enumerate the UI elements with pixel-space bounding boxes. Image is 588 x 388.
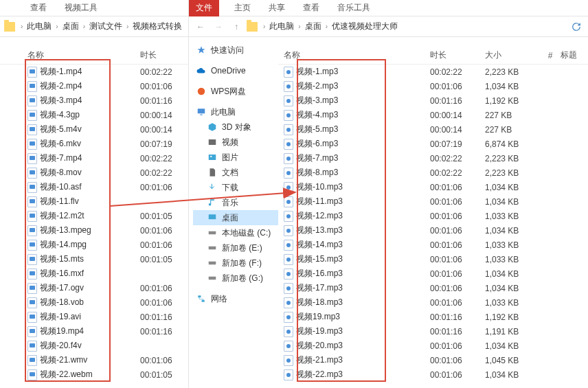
sidebar-label: 桌面	[222, 212, 238, 224]
file-row[interactable]: 视频-6.mp300:07:196,874 KB	[278, 137, 588, 151]
file-row[interactable]: 视频-1.mp300:02:222,223 KB	[278, 65, 588, 79]
file-row[interactable]: 视频-16.mxf	[0, 266, 188, 281]
file-row[interactable]: 视频-15.mts00:01:05	[0, 252, 188, 266]
breadcrumb-item[interactable]: 测试文件	[89, 21, 122, 32]
file-row[interactable]: 视频-13.mpeg00:01:06	[0, 223, 188, 238]
file-row[interactable]: 视频-4.mp300:00:14227 KB	[278, 108, 588, 122]
file-name: 视频-7.mp3	[296, 152, 338, 164]
file-row[interactable]: 视频-21.mp300:01:061,045 KB	[278, 353, 588, 367]
file-row[interactable]: 视频-7.mp400:02:22	[0, 151, 188, 166]
breadcrumb-item[interactable]: 优速视频处理大师	[332, 21, 398, 32]
file-row[interactable]: 视频-3.mp400:01:16	[0, 93, 188, 108]
video-file-icon	[27, 110, 37, 121]
sidebar-downloads[interactable]: 下载	[193, 180, 278, 195]
sidebar-vol-f[interactable]: 新加卷 (F:)	[193, 255, 278, 271]
file-row[interactable]: 视频-12.mp300:01:061,033 KB	[278, 209, 588, 223]
file-row[interactable]: 视频-2.mp300:01:061,034 KB	[278, 79, 588, 93]
file-row[interactable]: 视频-20.f4v	[0, 339, 188, 353]
file-row[interactable]: 视频-22.mp300:01:061,034 KB	[278, 367, 588, 382]
audio-file-icon	[284, 153, 293, 164]
file-row[interactable]: 视频-10.asf00:01:06	[0, 180, 188, 194]
refresh-button[interactable]	[569, 22, 584, 32]
breadcrumb-item[interactable]: 桌面	[305, 21, 321, 32]
audio-file-icon	[284, 124, 293, 135]
sidebar-network[interactable]: 网络	[193, 291, 278, 306]
file-row[interactable]: 视频-8.mov00:02:22	[0, 166, 188, 180]
file-row[interactable]: 视频-2.mp400:01:06	[0, 79, 188, 93]
file-row[interactable]: 视频-1.mp400:02:22	[0, 65, 188, 79]
file-row[interactable]: 视频-7.mp300:02:222,223 KB	[278, 151, 588, 166]
file-row[interactable]: 视频-3.mp300:01:161,192 KB	[278, 93, 588, 108]
breadcrumb-item[interactable]: 视频格式转换	[133, 21, 182, 32]
file-row[interactable]: 视频-13.mp300:01:061,034 KB	[278, 223, 588, 238]
col-header-title[interactable]: 标题	[561, 49, 588, 61]
file-row[interactable]: 视频-20.mp300:01:061,034 KB	[278, 339, 588, 353]
sidebar-onedrive[interactable]: OneDrive	[193, 63, 278, 78]
file-name: 视频-2.mp3	[296, 80, 338, 92]
file-row[interactable]: 视频-14.mp300:01:061,033 KB	[278, 238, 588, 252]
file-row[interactable]: 视频-17.ogv00:01:06	[0, 281, 188, 295]
file-row[interactable]: 视频-12.m2t00:01:05	[0, 209, 188, 223]
sidebar-desktop[interactable]: 桌面	[193, 210, 278, 225]
tab-home[interactable]: 主页	[231, 0, 253, 16]
file-row[interactable]: 视频-19.mp300:01:161,191 KB	[278, 324, 588, 339]
col-header-duration[interactable]: 时长	[140, 49, 188, 61]
breadcrumb-item[interactable]: 此电脑	[27, 21, 52, 32]
sidebar-pictures[interactable]: 图片	[193, 150, 278, 165]
file-name: 视频-14.mpg	[40, 239, 87, 251]
file-row[interactable]: 视频-21.wmv00:01:06	[0, 353, 188, 367]
tab-share[interactable]: 共享	[266, 0, 288, 16]
file-row[interactable]: 视频-11.mp300:01:061,034 KB	[278, 194, 588, 209]
file-duration: 00:01:06	[430, 197, 485, 207]
file-row[interactable]: 视频19.mp300:01:161,192 KB	[278, 310, 588, 324]
back-button[interactable]: ←	[193, 19, 208, 34]
file-name: 视频-22.mp3	[296, 369, 343, 380]
file-row[interactable]: 视频-5.m4v00:00:14	[0, 122, 188, 137]
file-name: 视频-4.mp3	[296, 109, 338, 121]
file-row[interactable]: 视频-18.mp300:01:061,033 KB	[278, 295, 588, 310]
file-row[interactable]: 视频-8.mp300:02:222,223 KB	[278, 166, 588, 180]
file-row[interactable]: 视频-22.webm00:01:05	[0, 367, 188, 382]
sidebar-wps[interactable]: WPS网盘	[193, 84, 278, 99]
tab-music-tools[interactable]: 音乐工具	[335, 0, 373, 16]
sidebar-this-pc[interactable]: 此电脑	[193, 104, 278, 119]
up-button[interactable]: ↑	[229, 19, 244, 34]
file-row[interactable]: 视频-18.vob00:01:06	[0, 295, 188, 310]
file-name: 视频-15.mp3	[296, 253, 343, 265]
file-row[interactable]: 视频-14.mpg00:01:06	[0, 238, 188, 252]
file-row[interactable]: 视频-16.mp300:01:061,034 KB	[278, 266, 588, 281]
col-header-size[interactable]: 大小	[485, 49, 540, 61]
breadcrumb-item[interactable]: 此电脑	[269, 21, 294, 32]
file-row[interactable]: 视频-15.mp300:01:061,033 KB	[278, 252, 588, 266]
breadcrumb-item[interactable]: 桌面	[63, 21, 79, 32]
file-row[interactable]: 视频-11.flv	[0, 194, 188, 209]
sidebar-vol-g[interactable]: 新加卷 (G:)	[193, 271, 278, 286]
file-row[interactable]: 视频-6.mkv00:07:19	[0, 137, 188, 151]
sidebar-vol-e[interactable]: 新加卷 (E:)	[193, 240, 278, 255]
video-file-icon	[27, 254, 37, 265]
file-row[interactable]: 视频-19.avi00:01:16	[0, 310, 188, 324]
tab-video-tools[interactable]: 视频工具	[62, 0, 100, 16]
svg-rect-3	[209, 139, 216, 145]
file-duration: 00:01:06	[430, 284, 485, 293]
col-header-index[interactable]: #	[540, 51, 561, 60]
tab-file[interactable]: 文件	[189, 0, 219, 16]
col-header-name[interactable]: 名称	[284, 49, 430, 61]
forward-button[interactable]: →	[211, 19, 226, 34]
file-row[interactable]: 视频-5.mp300:00:14227 KB	[278, 122, 588, 137]
file-duration: 00:01:06	[430, 226, 485, 236]
file-row[interactable]: 视频-17.mp300:01:061,034 KB	[278, 281, 588, 295]
file-row[interactable]: 视频-10.mp300:01:061,034 KB	[278, 180, 588, 194]
sidebar-videos[interactable]: 视频	[193, 135, 278, 150]
col-header-duration[interactable]: 时长	[430, 49, 485, 61]
tab-view[interactable]: 查看	[27, 0, 49, 16]
tab-view[interactable]: 查看	[300, 0, 322, 16]
sidebar-local-c[interactable]: 本地磁盘 (C:)	[193, 225, 278, 240]
file-row[interactable]: 视频-4.3gp00:00:14	[0, 108, 188, 122]
sidebar-quick-access[interactable]: 快速访问	[193, 43, 278, 58]
sidebar-music[interactable]: 音乐	[193, 195, 278, 210]
file-row[interactable]: 视频19.mp400:01:16	[0, 324, 188, 339]
sidebar-documents[interactable]: 文档	[193, 165, 278, 180]
sidebar-3d-objects[interactable]: 3D 对象	[193, 119, 278, 135]
col-header-name[interactable]: 名称	[27, 49, 140, 61]
